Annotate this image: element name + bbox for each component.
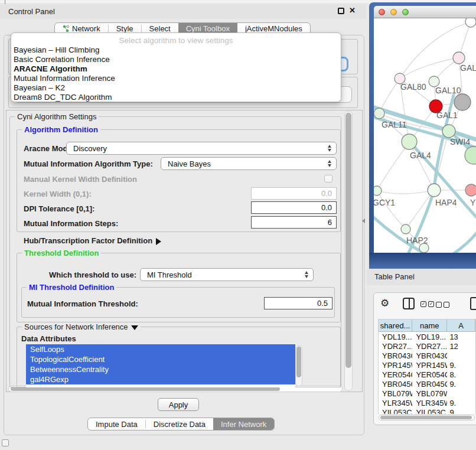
table-cell: YPR145W <box>412 360 447 370</box>
node-gal[interactable] <box>453 52 465 64</box>
node-gal4[interactable] <box>402 134 417 149</box>
table-row[interactable]: YDR27...YDR27...12 <box>379 341 475 351</box>
unchecked-box-icon <box>444 302 449 308</box>
table-cell: YDR27... <box>412 341 447 351</box>
algorithm-option-bayesian-hill-climbing[interactable]: Bayesian – Hill Climbing <box>11 45 341 55</box>
apply-button[interactable]: Apply <box>158 398 199 411</box>
float-panel-icon[interactable] <box>338 8 344 14</box>
table-row[interactable]: YBR045CYBR045C9. <box>379 379 475 389</box>
window-close-traffic-light-icon[interactable] <box>379 9 385 15</box>
table-cell: YBR043C <box>412 351 447 360</box>
dock-panel-icon[interactable] <box>2 439 9 446</box>
deselect-all-columns-icon[interactable] <box>436 302 449 308</box>
table-row[interactable]: YDL19...YDL19...13 <box>379 332 475 341</box>
attribute-item-gal4rgexp[interactable]: gal4RGexp <box>26 374 295 384</box>
aracne-mode-combobox[interactable]: Discovery <box>66 142 337 155</box>
table-panel-titlebar: Table Panel <box>367 269 476 285</box>
stepper-arrows-icon <box>328 160 331 167</box>
network-window-frame-bottom <box>369 253 476 269</box>
settings-vertical-scrollbar-thumb[interactable] <box>345 113 351 368</box>
control-panel-titlebar: Control Panel <box>0 5 366 19</box>
kernel-width-field[interactable]: 0.0 <box>251 187 337 200</box>
dpi-tolerance-field[interactable]: 0.0 <box>251 201 337 214</box>
table-row[interactable]: YER054CYER054C8. <box>379 370 475 379</box>
top-strip-tick <box>5 0 5 4</box>
new-table-icon[interactable] <box>470 297 476 310</box>
algorithm-option-dream8-dc-tdc-algorithm[interactable]: Dream8 DC_TDC Algorithm <box>11 93 341 102</box>
gear-icon[interactable]: ⚙ <box>380 297 389 309</box>
network-icon <box>63 25 69 32</box>
node-gal11[interactable] <box>374 108 384 119</box>
select-all-columns-icon[interactable]: ✓ ✓ <box>420 301 434 307</box>
cyni-algorithm-settings-title: Cyni Algorithm Settings <box>15 112 99 121</box>
table-cell: YBL079W <box>379 389 412 398</box>
algorithm-option-basic-correlation-inference[interactable]: Basic Correlation Inference <box>11 55 341 64</box>
columns-icon[interactable] <box>403 298 415 309</box>
which-threshold-combobox[interactable]: MI Threshold <box>140 268 314 281</box>
sources-title-text: Sources for Network Inference <box>24 322 128 331</box>
table-row[interactable]: YBL079WYBL079W <box>379 389 475 398</box>
tab-infer-network[interactable]: Infer Network <box>213 418 274 430</box>
table-cell: 12 <box>447 341 475 351</box>
attributes-scrollbar-thumb[interactable] <box>296 347 301 377</box>
node-top[interactable] <box>465 18 476 27</box>
node-salmon[interactable] <box>465 184 476 196</box>
tab-discretize-data[interactable]: Discretize Data <box>146 418 213 430</box>
table-cell: YER054C <box>379 370 412 379</box>
table-row[interactable]: YIL053CYIL053C9 <box>379 407 475 414</box>
dropdown-placeholder: Select algorithm to view settings <box>11 33 341 45</box>
node-hap2[interactable] <box>401 224 410 234</box>
table-horizontal-scrollbar-thumb[interactable] <box>380 416 472 419</box>
table-cell: 9 <box>447 407 475 414</box>
column-header-a[interactable]: A <box>447 319 475 331</box>
node-swi4[interactable] <box>442 125 455 138</box>
mi-steps-field[interactable]: 6 <box>251 216 337 229</box>
hub-definition-label: Hub/Transcription Factor Definition <box>24 236 152 245</box>
mi-type-value: Naive Bayes <box>168 159 211 168</box>
window-zoom-traffic-light-icon[interactable] <box>402 9 409 15</box>
node-gray[interactable] <box>454 94 471 110</box>
tab-impute-data[interactable]: Impute Data <box>88 418 145 430</box>
algorithm-option-aracne-algorithm[interactable]: ARACNE Algorithm <box>11 64 341 74</box>
table-row[interactable]: YLR345WYLR345W9. <box>379 398 475 407</box>
algorithm-select-dropdown: Select algorithm to view settings Bayesi… <box>11 32 341 102</box>
attribute-item-topologicalcoefficient[interactable]: TopologicalCoefficient <box>26 354 295 364</box>
splitter-collapse-icon[interactable] <box>362 219 365 223</box>
attribute-item-betweennesscentrality[interactable]: BetweennessCentrality <box>26 364 295 374</box>
manual-kernel-checkbox[interactable] <box>324 175 332 182</box>
sources-title[interactable]: Sources for Network Inference <box>22 322 141 331</box>
stepper-arrows-icon <box>328 145 331 152</box>
table-cell: YBR045C <box>379 379 412 389</box>
table-cell: 8. <box>447 370 475 379</box>
network-window-titlebar[interactable] <box>374 6 476 18</box>
which-threshold-label: Which threshold to use: <box>49 270 136 279</box>
node-hap4[interactable] <box>428 184 441 197</box>
table-row[interactable]: YBR043CYBR043C <box>379 351 475 360</box>
mi-algorithm-type-combobox[interactable]: Naive Bayes <box>161 157 337 170</box>
data-attributes-list: SelfLoopsTopologicalCoefficientBetweenne… <box>26 344 295 387</box>
algorithm-option-mutual-information-inference[interactable]: Mutual Information Inference <box>11 74 341 83</box>
table-cell: 9. <box>447 379 475 389</box>
node-gcy1[interactable] <box>374 186 382 195</box>
table-cell: YLR345W <box>412 398 447 407</box>
hub-definition-toggle[interactable]: Hub/Transcription Factor Definition <box>24 236 161 245</box>
threshold-definition-title: Threshold Definition <box>22 249 101 257</box>
algorithm-option-bayesian-k2[interactable]: Bayesian – K2 <box>11 83 341 93</box>
unchecked-box-icon <box>436 302 442 308</box>
column-header-shared[interactable]: shared... <box>379 319 412 331</box>
network-view-canvas[interactable]: GALGAL80GAL10GAL1GAL11SWI4GAL4GCY1HAP4YH… <box>374 18 476 253</box>
tab-label: Infer Network <box>221 420 266 429</box>
attribute-item-selfloops[interactable]: SelfLoops <box>26 344 295 354</box>
mi-threshold-field[interactable]: 0.5 <box>264 297 332 309</box>
window-minimize-traffic-light-icon[interactable] <box>390 9 397 15</box>
table-row[interactable]: YPR145WYPR145W9. <box>379 360 475 370</box>
node-big-green[interactable] <box>465 146 476 164</box>
close-icon[interactable]: ✕ <box>349 6 356 15</box>
table-cell: YER054C <box>412 370 447 379</box>
tab-label: Cyni Toolbox <box>186 24 230 33</box>
column-header-name[interactable]: name <box>412 319 447 331</box>
tab-label: Network <box>72 24 100 33</box>
node-bottom[interactable] <box>419 243 429 253</box>
table-cell: 13 <box>447 332 475 341</box>
tab-label: Impute Data <box>96 420 138 429</box>
